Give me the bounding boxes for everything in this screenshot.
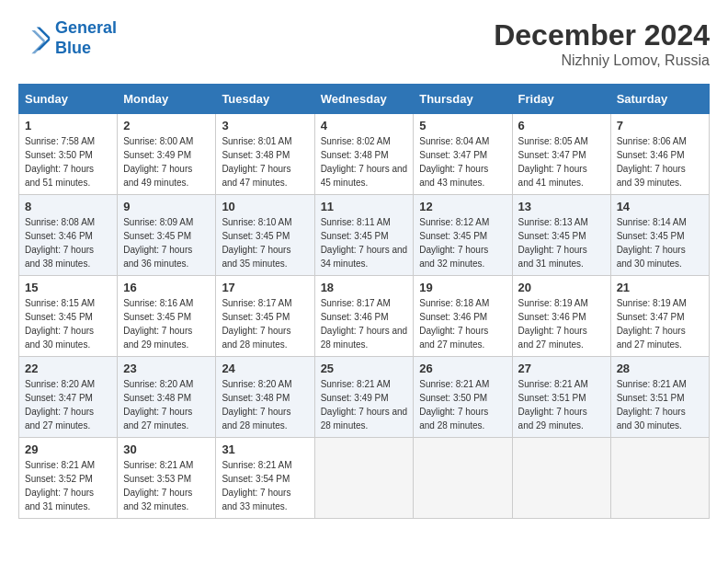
day-number: 10 [222, 200, 308, 213]
table-row: 5Sunrise: 8:04 AMSunset: 3:47 PMDaylight… [414, 114, 512, 195]
calendar-week-row: 29Sunrise: 8:21 AMSunset: 3:52 PMDayligh… [19, 438, 710, 519]
day-number: 30 [123, 442, 210, 456]
day-number: 4 [321, 119, 408, 132]
day-info: Sunrise: 8:20 AMSunset: 3:48 PMDaylight:… [222, 377, 308, 432]
day-number: 11 [321, 200, 408, 213]
table-row: 17Sunrise: 8:17 AMSunset: 3:45 PMDayligh… [216, 276, 314, 357]
day-info: Sunrise: 8:04 AMSunset: 3:47 PMDaylight:… [419, 134, 506, 190]
day-info: Sunrise: 8:20 AMSunset: 3:48 PMDaylight:… [123, 377, 210, 432]
day-number: 2 [123, 119, 210, 132]
day-number: 17 [222, 281, 308, 294]
day-number: 19 [419, 281, 506, 294]
day-info: Sunrise: 8:17 AMSunset: 3:45 PMDaylight:… [222, 296, 308, 351]
day-number: 8 [25, 200, 111, 213]
col-thursday: Thursday [414, 85, 512, 114]
calendar-week-row: 8Sunrise: 8:08 AMSunset: 3:46 PMDaylight… [19, 195, 710, 276]
table-row: 13Sunrise: 8:13 AMSunset: 3:45 PMDayligh… [512, 195, 610, 276]
calendar-week-row: 1Sunrise: 7:58 AMSunset: 3:50 PMDaylight… [19, 114, 710, 195]
col-saturday: Saturday [610, 85, 709, 114]
day-number: 29 [25, 442, 111, 456]
day-info: Sunrise: 8:19 AMSunset: 3:47 PMDaylight:… [617, 296, 703, 351]
day-number: 7 [617, 119, 703, 132]
table-row [610, 438, 709, 519]
day-info: Sunrise: 8:08 AMSunset: 3:46 PMDaylight:… [25, 215, 111, 270]
day-number: 24 [222, 362, 308, 375]
main-title: December 2024 [494, 18, 710, 52]
logo-icon [18, 22, 51, 55]
day-info: Sunrise: 8:02 AMSunset: 3:48 PMDaylight:… [321, 134, 408, 190]
table-row: 23Sunrise: 8:20 AMSunset: 3:48 PMDayligh… [118, 357, 216, 438]
day-info: Sunrise: 8:21 AMSunset: 3:51 PMDaylight:… [518, 377, 605, 432]
day-info: Sunrise: 8:21 AMSunset: 3:49 PMDaylight:… [321, 377, 408, 432]
table-row: 27Sunrise: 8:21 AMSunset: 3:51 PMDayligh… [512, 357, 610, 438]
table-row: 22Sunrise: 8:20 AMSunset: 3:47 PMDayligh… [19, 357, 118, 438]
table-row [314, 438, 414, 519]
table-row: 3Sunrise: 8:01 AMSunset: 3:48 PMDaylight… [216, 114, 314, 195]
day-info: Sunrise: 8:12 AMSunset: 3:45 PMDaylight:… [419, 215, 506, 270]
day-number: 31 [222, 442, 308, 456]
day-number: 12 [419, 200, 506, 213]
day-info: Sunrise: 8:10 AMSunset: 3:45 PMDaylight:… [222, 215, 308, 270]
col-sunday: Sunday [19, 85, 118, 114]
table-row: 18Sunrise: 8:17 AMSunset: 3:46 PMDayligh… [314, 276, 414, 357]
day-number: 22 [25, 362, 111, 375]
col-tuesday: Tuesday [216, 85, 314, 114]
day-number: 23 [123, 362, 210, 375]
table-row: 16Sunrise: 8:16 AMSunset: 3:45 PMDayligh… [118, 276, 216, 357]
table-row: 24Sunrise: 8:20 AMSunset: 3:48 PMDayligh… [216, 357, 314, 438]
col-wednesday: Wednesday [314, 85, 414, 114]
col-friday: Friday [512, 85, 610, 114]
day-number: 13 [518, 200, 605, 213]
table-row: 15Sunrise: 8:15 AMSunset: 3:45 PMDayligh… [19, 276, 118, 357]
day-number: 9 [123, 200, 210, 213]
day-info: Sunrise: 8:19 AMSunset: 3:46 PMDaylight:… [518, 296, 605, 351]
day-info: Sunrise: 8:21 AMSunset: 3:51 PMDaylight:… [617, 377, 703, 432]
table-row: 4Sunrise: 8:02 AMSunset: 3:48 PMDaylight… [314, 114, 414, 195]
day-number: 15 [25, 281, 111, 294]
day-info: Sunrise: 8:11 AMSunset: 3:45 PMDaylight:… [321, 215, 408, 270]
day-number: 16 [123, 281, 210, 294]
table-row: 2Sunrise: 8:00 AMSunset: 3:49 PMDaylight… [118, 114, 216, 195]
table-row: 31Sunrise: 8:21 AMSunset: 3:54 PMDayligh… [216, 438, 314, 519]
day-info: Sunrise: 8:21 AMSunset: 3:54 PMDaylight:… [222, 458, 308, 513]
table-row: 7Sunrise: 8:06 AMSunset: 3:46 PMDaylight… [610, 114, 709, 195]
day-number: 14 [617, 200, 703, 213]
day-number: 5 [419, 119, 506, 132]
table-row [512, 438, 610, 519]
col-monday: Monday [118, 85, 216, 114]
day-info: Sunrise: 8:13 AMSunset: 3:45 PMDaylight:… [518, 215, 605, 270]
calendar-week-row: 15Sunrise: 8:15 AMSunset: 3:45 PMDayligh… [19, 276, 710, 357]
day-info: Sunrise: 8:20 AMSunset: 3:47 PMDaylight:… [25, 377, 111, 432]
svg-marker-1 [31, 30, 44, 53]
table-row: 6Sunrise: 8:05 AMSunset: 3:47 PMDaylight… [512, 114, 610, 195]
page-header: General Blue December 2024 Nizhniy Lomov… [18, 18, 710, 69]
table-row: 12Sunrise: 8:12 AMSunset: 3:45 PMDayligh… [414, 195, 512, 276]
day-info: Sunrise: 8:15 AMSunset: 3:45 PMDaylight:… [25, 296, 111, 351]
day-info: Sunrise: 8:09 AMSunset: 3:45 PMDaylight:… [123, 215, 210, 270]
table-row: 11Sunrise: 8:11 AMSunset: 3:45 PMDayligh… [314, 195, 414, 276]
calendar-table: Sunday Monday Tuesday Wednesday Thursday… [18, 84, 710, 519]
day-number: 1 [25, 119, 111, 132]
day-number: 26 [419, 362, 506, 375]
table-row: 10Sunrise: 8:10 AMSunset: 3:45 PMDayligh… [216, 195, 314, 276]
day-info: Sunrise: 8:21 AMSunset: 3:50 PMDaylight:… [419, 377, 506, 432]
day-info: Sunrise: 8:00 AMSunset: 3:49 PMDaylight:… [123, 134, 210, 190]
day-info: Sunrise: 8:18 AMSunset: 3:46 PMDaylight:… [419, 296, 506, 351]
day-number: 20 [518, 281, 605, 294]
table-row: 14Sunrise: 8:14 AMSunset: 3:45 PMDayligh… [610, 195, 709, 276]
logo-text: General Blue [55, 18, 117, 58]
day-number: 27 [518, 362, 605, 375]
calendar-header-row: Sunday Monday Tuesday Wednesday Thursday… [19, 85, 710, 114]
subtitle: Nizhniy Lomov, Russia [494, 52, 710, 69]
day-number: 18 [321, 281, 408, 294]
table-row: 25Sunrise: 8:21 AMSunset: 3:49 PMDayligh… [314, 357, 414, 438]
table-row: 9Sunrise: 8:09 AMSunset: 3:45 PMDaylight… [118, 195, 216, 276]
day-number: 21 [617, 281, 703, 294]
table-row [414, 438, 512, 519]
title-section: December 2024 Nizhniy Lomov, Russia [494, 18, 710, 69]
table-row: 28Sunrise: 8:21 AMSunset: 3:51 PMDayligh… [610, 357, 709, 438]
day-info: Sunrise: 8:16 AMSunset: 3:45 PMDaylight:… [123, 296, 210, 351]
logo: General Blue [18, 18, 117, 58]
day-info: Sunrise: 8:21 AMSunset: 3:53 PMDaylight:… [123, 458, 210, 513]
day-number: 25 [321, 362, 408, 375]
